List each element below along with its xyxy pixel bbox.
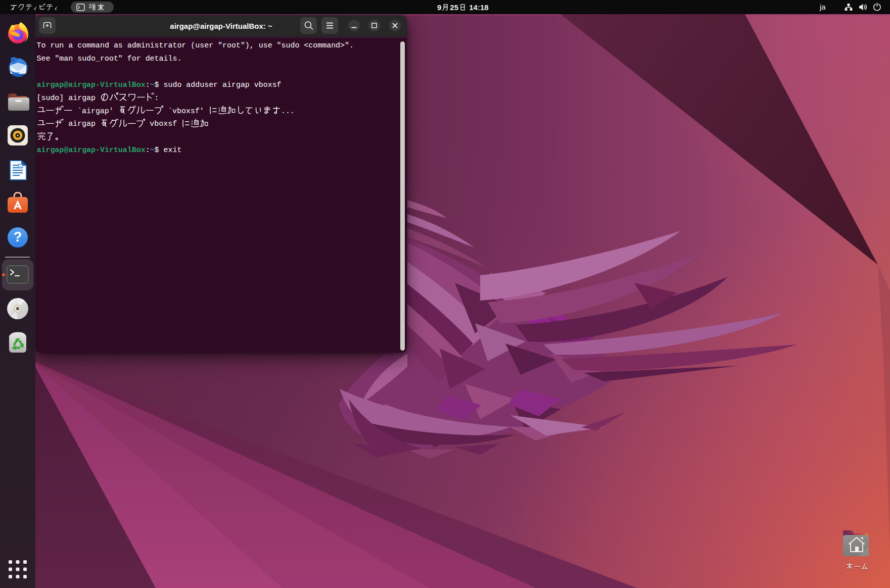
svg-text:?: ? — [14, 229, 22, 244]
